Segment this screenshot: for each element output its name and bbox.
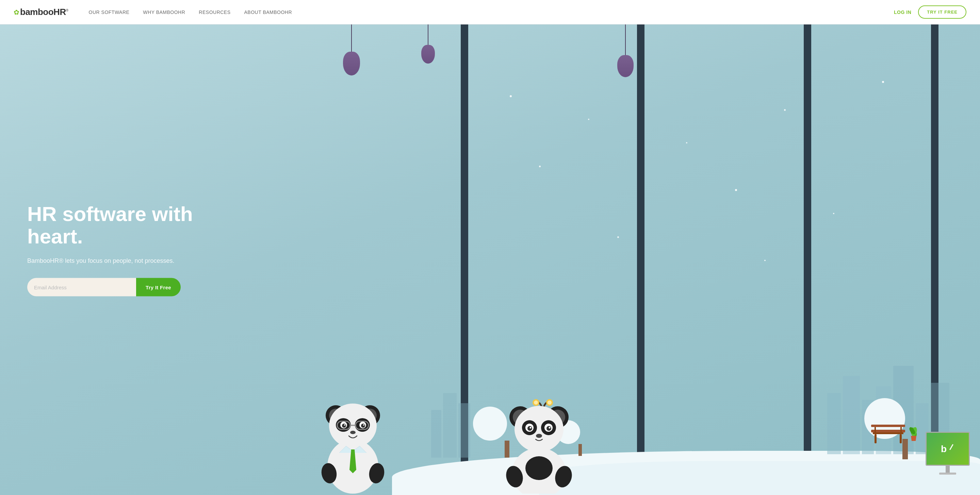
hero-subtitle: BambooHR® lets you focus on people, not … [27, 257, 211, 265]
svg-rect-6 [873, 432, 904, 434]
nav-link-about[interactable]: ABOUT BAMBOOHR [244, 10, 292, 15]
svg-line-13 [950, 445, 953, 449]
snow-dot-1 [510, 95, 512, 97]
window-frame-3 [804, 24, 811, 495]
nav-actions: LOG IN TRY IT FREE [894, 5, 966, 19]
svg-rect-5 [871, 430, 905, 432]
svg-rect-10 [875, 427, 876, 434]
monitor-base [939, 473, 956, 474]
logo-leaf-icon: ✿ [14, 8, 19, 16]
building-left-2 [443, 393, 457, 458]
nav-links: OUR SOFTWARE WHY BAMBOOHR RESOURCES ABOU… [89, 10, 894, 15]
svg-point-49 [527, 426, 532, 431]
svg-point-34 [350, 431, 356, 434]
svg-point-51 [530, 427, 531, 429]
hero-form: Try It Free [27, 278, 211, 297]
bench [871, 423, 905, 445]
svg-point-52 [549, 427, 550, 429]
lamp-shade-3 [617, 55, 633, 77]
hero-title: HR software with heart. [27, 203, 211, 248]
svg-rect-11 [900, 427, 902, 434]
logo-reg: ® [66, 8, 68, 12]
snow-dot-7 [833, 213, 834, 214]
logo-text: bambooHR® [20, 7, 68, 17]
hero-content: HR software with heart. BambooHR® lets y… [27, 203, 211, 297]
plant-area [907, 424, 920, 442]
monitor-stand [946, 466, 950, 473]
navbar: ✿ bambooHR® OUR SOFTWARE WHY BAMBOOHR RE… [0, 0, 980, 24]
window-frame-2 [637, 24, 644, 495]
monitor-logo-icon: b [939, 442, 956, 455]
snow-dot-2 [588, 119, 589, 120]
lamp-shade-1 [343, 52, 360, 76]
svg-point-31 [361, 424, 365, 428]
lamp-cord-1 [351, 24, 352, 52]
panda-simple-icon [505, 392, 573, 493]
lamp-cord-3 [625, 24, 626, 55]
svg-point-32 [344, 424, 345, 426]
svg-point-33 [363, 424, 364, 426]
svg-point-50 [546, 426, 551, 431]
lamp-cord-2 [428, 24, 428, 45]
svg-text:b: b [941, 444, 947, 454]
panda-business-icon [315, 385, 390, 493]
plant-icon [907, 424, 920, 441]
tree-top-1 [473, 407, 507, 441]
email-input[interactable] [27, 278, 136, 297]
building-left-1 [431, 410, 441, 458]
snow-dot-4 [686, 142, 687, 143]
logo[interactable]: ✿ bambooHR® [14, 7, 68, 17]
monitor-area: b [926, 432, 970, 474]
panda-business [315, 385, 390, 495]
svg-point-39 [525, 456, 553, 480]
nav-link-software[interactable]: OUR SOFTWARE [89, 10, 130, 15]
login-link[interactable]: LOG IN [894, 10, 911, 15]
nav-link-why[interactable]: WHY BAMBOOHR [143, 10, 185, 15]
svg-rect-9 [900, 434, 902, 443]
try-free-nav-button[interactable]: TRY IT FREE [918, 5, 966, 19]
building-2 [843, 376, 860, 454]
svg-point-53 [536, 434, 542, 438]
hanging-lamp-2 [421, 24, 435, 63]
svg-point-30 [342, 424, 346, 428]
try-free-hero-button[interactable]: Try It Free [136, 278, 181, 297]
building-left-3 [458, 403, 470, 458]
building-1 [827, 393, 841, 454]
monitor-screen: b [926, 432, 970, 466]
svg-point-44 [514, 406, 563, 452]
tree-trunk-2 [579, 444, 582, 456]
svg-rect-8 [875, 434, 877, 443]
city-skyline-left [431, 393, 470, 458]
hero-section: b [0, 24, 980, 495]
svg-rect-7 [871, 425, 905, 427]
lamp-shade-2 [421, 45, 435, 63]
panda-simple [505, 392, 573, 495]
hanging-lamp-3 [617, 24, 633, 77]
hanging-lamp-1 [343, 24, 360, 76]
snow-ground-secondary [539, 461, 980, 495]
nav-link-resources[interactable]: RESOURCES [199, 10, 231, 15]
